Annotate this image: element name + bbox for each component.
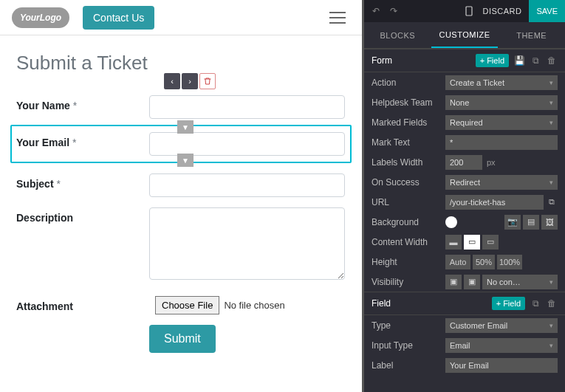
type-select[interactable]: Customer Email bbox=[445, 318, 558, 333]
prop-label: Background bbox=[371, 217, 445, 227]
preview-header: YourLogo Contact Us bbox=[0, 0, 362, 35]
prop-contentwidth: Content Width ▬ ▭ ▭ bbox=[364, 232, 565, 252]
prop-label: Labels Width bbox=[371, 157, 445, 168]
description-textarea[interactable] bbox=[149, 207, 345, 280]
move-right-button[interactable]: › bbox=[182, 73, 198, 89]
trash-icon[interactable]: 🗑 bbox=[546, 55, 558, 66]
name-input[interactable] bbox=[149, 95, 345, 119]
tab-customize[interactable]: CUSTOMIZE bbox=[431, 22, 499, 48]
action-select[interactable]: Create a Ticket bbox=[445, 75, 558, 90]
width-narrow-button[interactable]: ▬ bbox=[445, 235, 462, 250]
url-input[interactable] bbox=[445, 195, 544, 210]
panel-topbar: ↶ ↷ DISCARD SAVE bbox=[364, 0, 565, 22]
external-link-icon[interactable]: ⧉ bbox=[546, 196, 558, 208]
email-input[interactable] bbox=[149, 132, 345, 156]
add-field-button[interactable]: + Field bbox=[476, 54, 509, 67]
trash-icon[interactable]: 🗑 bbox=[546, 298, 558, 309]
copy-icon[interactable]: ⧉ bbox=[530, 55, 541, 66]
hamburger-icon[interactable] bbox=[325, 7, 350, 28]
height-100-button[interactable]: 100% bbox=[497, 255, 522, 269]
field-label: Your Email * bbox=[16, 132, 149, 148]
form-section-header[interactable]: Form + Field 💾 ⧉ 🗑 bbox=[364, 49, 565, 72]
prop-label: Mark Text bbox=[371, 137, 445, 148]
field-your-email[interactable]: ▼ ▼ Your Email * bbox=[10, 125, 352, 163]
prop-label: Height bbox=[371, 257, 445, 267]
prop-label: Label bbox=[364, 355, 565, 375]
field-label: Subject * bbox=[16, 173, 149, 190]
helpdesk-select[interactable]: None bbox=[445, 95, 558, 110]
choose-file-button[interactable]: Choose File bbox=[155, 296, 219, 314]
prop-label: URL bbox=[371, 197, 445, 207]
bg-color-picker[interactable] bbox=[445, 216, 457, 228]
prop-marked: Marked Fields Required bbox=[364, 112, 565, 132]
page-title: Submit a Ticket bbox=[16, 52, 346, 75]
copy-icon[interactable]: ⧉ bbox=[530, 298, 541, 309]
form-content: Submit a Ticket ‹ › Your Name * ▼ ▼ Your… bbox=[0, 35, 362, 379]
field-label: Attachment bbox=[16, 296, 149, 312]
prop-label: Content Width bbox=[371, 237, 445, 247]
submit-button[interactable]: Submit bbox=[149, 325, 216, 353]
label-input[interactable] bbox=[445, 358, 558, 373]
submit-row: Submit bbox=[16, 325, 346, 353]
width-medium-button[interactable]: ▭ bbox=[464, 235, 480, 250]
editor-panel: ↶ ↷ DISCARD SAVE BLOCKS CUSTOMIZE THEME … bbox=[362, 0, 565, 392]
mobile-preview-icon[interactable] bbox=[463, 5, 475, 17]
logo[interactable]: YourLogo bbox=[12, 7, 69, 28]
labelswidth-input[interactable] bbox=[445, 155, 482, 170]
prop-label: Input Type bbox=[371, 340, 445, 351]
tab-blocks[interactable]: BLOCKS bbox=[364, 22, 431, 48]
prop-url: URL ⧉ bbox=[364, 192, 565, 212]
tab-theme[interactable]: THEME bbox=[498, 22, 565, 48]
field-section-header[interactable]: Field + Field ⧉ 🗑 bbox=[364, 292, 565, 315]
field-attachment[interactable]: Attachment Choose File No file chosen bbox=[16, 296, 346, 314]
prop-visibility: Visibility ▣ ▣ No con… bbox=[364, 272, 565, 292]
prop-label: Label bbox=[371, 360, 445, 371]
save-button[interactable]: SAVE bbox=[529, 0, 565, 22]
move-down-handle[interactable]: ▼ bbox=[177, 154, 194, 167]
move-left-button[interactable]: ‹ bbox=[164, 73, 180, 89]
prop-label: Marked Fields bbox=[371, 117, 445, 128]
prop-type: Type Customer Email bbox=[364, 315, 565, 335]
marktext-input[interactable] bbox=[445, 135, 558, 150]
page-preview: YourLogo Contact Us Submit a Ticket ‹ › … bbox=[0, 0, 362, 392]
prop-onsuccess: On Success Redirect bbox=[364, 172, 565, 192]
bg-picture-button[interactable]: 🖼 bbox=[541, 215, 558, 230]
prop-label: Visibility bbox=[371, 277, 445, 287]
field-subject[interactable]: Subject * bbox=[16, 173, 346, 197]
height-auto-button[interactable]: Auto bbox=[445, 255, 470, 269]
marked-select[interactable]: Required bbox=[445, 115, 558, 130]
width-full-button[interactable]: ▭ bbox=[482, 235, 499, 250]
move-up-handle[interactable]: ▼ bbox=[177, 120, 194, 134]
prop-label: Type bbox=[371, 320, 445, 331]
prop-label: On Success bbox=[371, 177, 445, 188]
bg-image-button[interactable]: 📷 bbox=[504, 215, 521, 230]
onsuccess-select[interactable]: Redirect bbox=[445, 175, 558, 190]
section-title: Field bbox=[371, 298, 391, 309]
undo-icon[interactable]: ↶ bbox=[370, 5, 382, 17]
visibility-desktop-button[interactable]: ▣ bbox=[445, 275, 462, 289]
field-your-name[interactable]: ‹ › Your Name * bbox=[16, 95, 346, 119]
bg-video-button[interactable]: ▤ bbox=[523, 215, 539, 230]
prop-inputtype: Input Type Email bbox=[364, 335, 565, 355]
prop-marktext: Mark Text bbox=[364, 132, 565, 152]
height-50-button[interactable]: 50% bbox=[473, 255, 495, 269]
field-description[interactable]: Description bbox=[16, 207, 346, 280]
subject-input[interactable] bbox=[149, 173, 345, 197]
unit-label: px bbox=[487, 158, 496, 167]
section-title: Form bbox=[371, 55, 392, 66]
visibility-mobile-button[interactable]: ▣ bbox=[464, 275, 480, 289]
panel-tabs: BLOCKS CUSTOMIZE THEME bbox=[364, 22, 565, 49]
visibility-select[interactable]: No con… bbox=[482, 275, 558, 289]
prop-labelswidth: Labels Width px bbox=[364, 152, 565, 172]
save-icon[interactable]: 💾 bbox=[513, 55, 525, 66]
discard-button[interactable]: DISCARD bbox=[482, 7, 521, 16]
delete-field-button[interactable] bbox=[199, 73, 216, 89]
add-field-button[interactable]: + Field bbox=[492, 297, 525, 310]
redo-icon[interactable]: ↷ bbox=[388, 5, 400, 17]
prop-background: Background 📷 ▤ 🖼 bbox=[364, 212, 565, 232]
contact-us-button[interactable]: Contact Us bbox=[83, 6, 154, 30]
inputtype-select[interactable]: Email bbox=[445, 338, 558, 353]
file-status-text: No file chosen bbox=[224, 300, 284, 311]
prop-label: Action bbox=[371, 78, 445, 88]
prop-helpdesk: Helpdesk Team None bbox=[364, 92, 565, 112]
